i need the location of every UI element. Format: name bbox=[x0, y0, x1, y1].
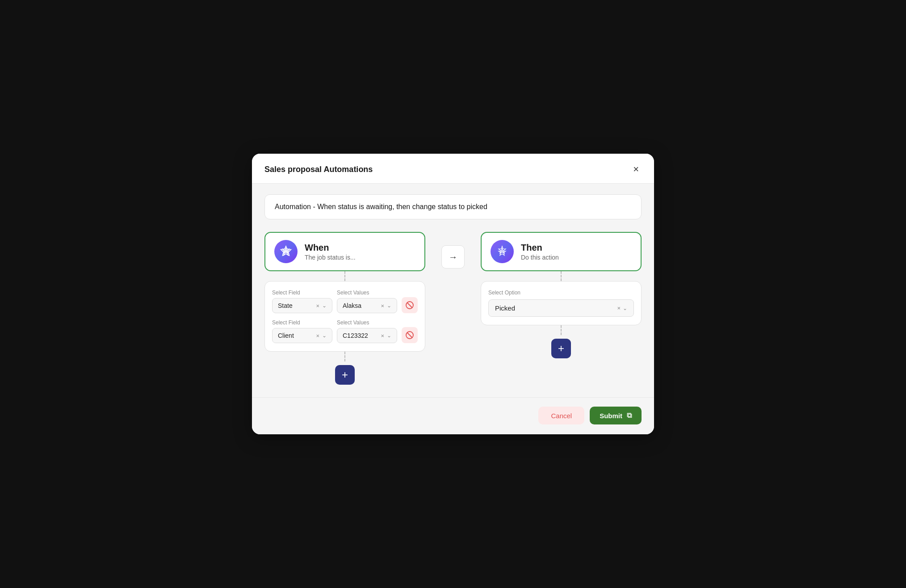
option-chevron-icon: ⌄ bbox=[623, 305, 627, 311]
c123322-select-controls: × ⌄ bbox=[381, 332, 391, 339]
state-select-controls: × ⌄ bbox=[316, 302, 327, 309]
alaksa-clear-icon[interactable]: × bbox=[381, 302, 384, 309]
when-add-button[interactable]: + bbox=[335, 365, 355, 385]
option-select-controls: × ⌄ bbox=[617, 305, 627, 311]
two-col-layout: When The job status is... Select Field bbox=[264, 232, 642, 388]
option-select[interactable]: Picked × ⌄ bbox=[488, 299, 634, 317]
field-group-alaksa: Select Values Alaksa × ⌄ bbox=[337, 290, 397, 313]
modal-footer: Cancel Submit ⧉ bbox=[252, 397, 654, 434]
modal: Sales proposal Automations × Automation … bbox=[252, 154, 654, 434]
select-option-label: Select Option bbox=[488, 290, 634, 296]
delete-row-2-button[interactable] bbox=[402, 327, 418, 343]
copy-icon: ⧉ bbox=[627, 412, 632, 420]
field-group-client: Select Field Client × ⌄ bbox=[272, 319, 332, 343]
alaksa-select-controls: × ⌄ bbox=[381, 302, 391, 309]
state-value: State bbox=[278, 302, 293, 309]
client-field-select[interactable]: Client × ⌄ bbox=[272, 328, 332, 343]
state-field-select[interactable]: State × ⌄ bbox=[272, 298, 332, 313]
svg-point-11 bbox=[501, 250, 503, 253]
field-group-state: Select Field State × ⌄ bbox=[272, 290, 332, 313]
arrow-box: → bbox=[441, 245, 465, 269]
modal-title: Sales proposal Automations bbox=[264, 165, 373, 174]
when-card-text: When The job status is... bbox=[305, 243, 356, 261]
then-subheading: Do this action bbox=[521, 254, 559, 261]
when-fields-box: Select Field State × ⌄ S bbox=[264, 281, 425, 352]
close-button[interactable]: × bbox=[630, 164, 642, 175]
client-chevron-icon: ⌄ bbox=[322, 332, 327, 339]
select-option-box: Select Option Picked × ⌄ bbox=[481, 281, 642, 325]
values-label-2: Select Values bbox=[337, 319, 397, 326]
svg-point-4 bbox=[285, 250, 287, 253]
automation-name: Automation - When status is awaiting, th… bbox=[264, 194, 642, 219]
arrow-icon: → bbox=[449, 252, 457, 262]
then-card-text: Then Do this action bbox=[521, 243, 559, 261]
when-add-row: + bbox=[335, 365, 355, 385]
c123322-chevron-icon: ⌄ bbox=[387, 332, 391, 339]
submit-button[interactable]: Submit ⧉ bbox=[590, 407, 642, 424]
modal-overlay: Sales proposal Automations × Automation … bbox=[0, 0, 906, 588]
state-clear-icon[interactable]: × bbox=[316, 302, 319, 309]
svg-line-8 bbox=[407, 332, 412, 338]
then-heading: Then bbox=[521, 243, 559, 253]
field-row-1: Select Field State × ⌄ S bbox=[272, 290, 418, 313]
svg-line-6 bbox=[407, 302, 412, 308]
field-label-2: Select Field bbox=[272, 319, 332, 326]
modal-header: Sales proposal Automations × bbox=[252, 154, 654, 184]
option-clear-icon[interactable]: × bbox=[617, 305, 621, 311]
when-card: When The job status is... bbox=[264, 232, 425, 271]
when-dashed-line bbox=[344, 271, 345, 281]
modal-body: Automation - When status is awaiting, th… bbox=[252, 184, 654, 388]
cancel-button[interactable]: Cancel bbox=[538, 407, 584, 424]
field-group-c123322: Select Values C123322 × ⌄ bbox=[337, 319, 397, 343]
then-card: Then Do this action bbox=[481, 232, 642, 271]
ban-icon-2 bbox=[406, 331, 414, 339]
delete-row-1-button[interactable] bbox=[402, 297, 418, 313]
alaksa-chevron-icon: ⌄ bbox=[387, 302, 391, 309]
state-chevron-icon: ⌄ bbox=[322, 302, 327, 309]
c123322-clear-icon[interactable]: × bbox=[381, 332, 384, 339]
then-add-button[interactable]: + bbox=[551, 339, 571, 358]
then-icon-circle bbox=[491, 240, 514, 263]
arrow-column: → bbox=[440, 232, 466, 269]
when-bottom-dashed bbox=[344, 352, 345, 361]
client-value: Client bbox=[278, 332, 294, 339]
c123322-values-select[interactable]: C123322 × ⌄ bbox=[337, 328, 397, 343]
submit-label: Submit bbox=[600, 412, 622, 420]
alaksa-value: Alaksa bbox=[343, 302, 361, 309]
when-column: When The job status is... Select Field bbox=[264, 232, 425, 388]
then-column: Then Do this action Select Option Picked… bbox=[481, 232, 642, 362]
picked-value: Picked bbox=[495, 304, 515, 312]
star-of-david-icon bbox=[280, 245, 292, 258]
field-row-2: Select Field Client × ⌄ bbox=[272, 319, 418, 343]
alaksa-values-select[interactable]: Alaksa × ⌄ bbox=[337, 298, 397, 313]
client-clear-icon[interactable]: × bbox=[316, 332, 319, 339]
then-bottom-dashed bbox=[561, 325, 562, 335]
c123322-value: C123322 bbox=[343, 332, 368, 339]
ban-icon-1 bbox=[406, 301, 414, 309]
field-label-1: Select Field bbox=[272, 290, 332, 296]
then-add-row: + bbox=[551, 339, 571, 358]
when-icon-circle bbox=[274, 240, 298, 263]
client-select-controls: × ⌄ bbox=[316, 332, 327, 339]
then-star-icon bbox=[496, 245, 508, 258]
when-subheading: The job status is... bbox=[305, 254, 356, 261]
then-dashed-line bbox=[561, 271, 562, 281]
values-label-1: Select Values bbox=[337, 290, 397, 296]
when-heading: When bbox=[305, 243, 356, 253]
